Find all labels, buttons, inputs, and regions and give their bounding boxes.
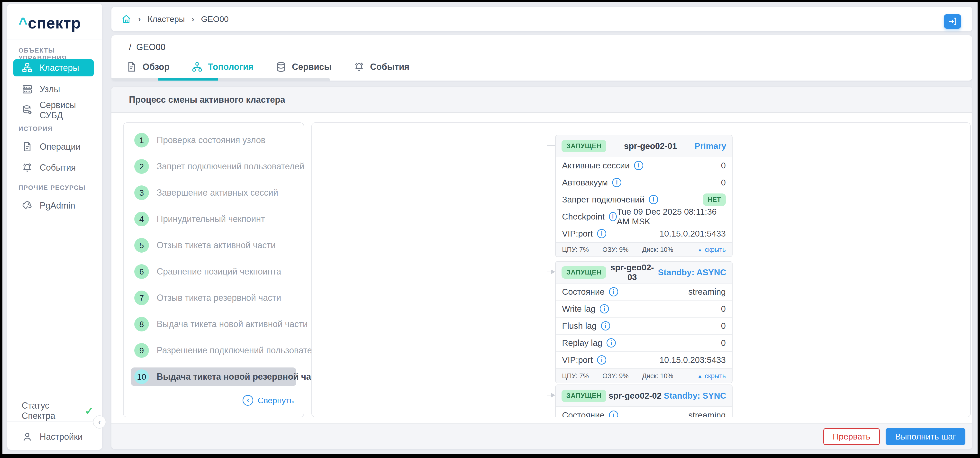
hide-details-link[interactable]: ▲скрыть: [698, 246, 726, 254]
collapse-label: Свернуть: [258, 396, 294, 405]
process-steps-panel: 1Проверка состояния узлов 2Запрет подклю…: [123, 122, 304, 417]
tab-overview[interactable]: Обзор: [126, 61, 170, 73]
node-header: ЗАПУЩЕН spr-geo02-03 Standby: ASYNC: [556, 262, 732, 283]
sidebar: ^спектр ОБЪЕКТЫ УПРАВЛЕНИЯ Кластеры Узлы…: [7, 4, 102, 450]
metric-label: Автовакуум: [562, 178, 608, 188]
node-role-link[interactable]: Standby: ASYNC: [658, 267, 726, 277]
database-icon: [275, 61, 286, 73]
step-number: 2: [134, 159, 149, 174]
sidebar-item-operations[interactable]: Операции: [13, 138, 94, 155]
step-number: 10: [134, 369, 149, 384]
sidebar-section-history: ИСТОРИЯ: [19, 125, 53, 133]
active-tab-indicator: [158, 78, 218, 81]
metric-row: Автовакуумi0: [556, 174, 732, 191]
metric-value: 0: [721, 321, 726, 331]
info-icon[interactable]: i: [597, 355, 606, 364]
chevron-left-circle-icon: ‹: [243, 395, 253, 406]
title-cluster-name: GEO00: [136, 42, 165, 52]
node-role-link[interactable]: Primary: [695, 141, 726, 151]
node-card-standby-sync: ЗАПУЩЕН spr-geo02-02 Standby: SYNC Состо…: [555, 385, 733, 417]
step-label: Завершение активных сессий: [157, 188, 278, 198]
status-label: Статус Спектра: [22, 401, 78, 421]
disk-stat: Диск: 10%: [642, 246, 673, 254]
page-title: / GEO00: [129, 42, 165, 52]
sidebar-item-nodes[interactable]: Узлы: [13, 81, 94, 98]
metric-label: Flush lag: [562, 321, 597, 331]
info-icon[interactable]: i: [634, 161, 643, 170]
execute-step-button[interactable]: Выполнить шаг: [886, 428, 966, 445]
info-icon[interactable]: i: [601, 321, 610, 331]
sidebar-item-settings[interactable]: Настройки: [13, 428, 94, 445]
ram-stat: ОЗУ: 9%: [602, 372, 629, 380]
breadcrumb-cluster-name: GEO00: [201, 14, 229, 24]
node-name: spr-geo02-03: [606, 262, 658, 282]
hide-details-link[interactable]: ▲скрыть: [698, 372, 726, 380]
node-name: spr-geo02-01: [606, 141, 694, 151]
process-step-10-current: 10Выдача тикета новой резервной части: [131, 367, 296, 386]
app-background: ^спектр ОБЪЕКТЫ УПРАВЛЕНИЯ Кластеры Узлы…: [2, 2, 978, 454]
process-step-2: 2Запрет подключений пользователей: [131, 157, 296, 176]
logo-caret-icon: ^: [19, 14, 28, 32]
tab-events[interactable]: События: [353, 61, 409, 73]
metric-value-badge: НЕТ: [703, 194, 726, 206]
login-button[interactable]: [944, 14, 961, 29]
metric-label: Write lag: [562, 304, 595, 314]
info-icon[interactable]: i: [606, 338, 616, 348]
step-label: Проверка состояния узлов: [157, 135, 266, 145]
metric-row: Состояниеistreaming: [556, 407, 732, 417]
tab-label: События: [370, 62, 409, 72]
process-step-6: 6Сравнение позиций чекпоинта: [131, 262, 296, 281]
collapse-steps-link[interactable]: ‹ Свернуть: [243, 395, 294, 406]
disk-stat: Диск: 10%: [642, 372, 673, 380]
sidebar-item-db-services[interactable]: Сервисы СУБД: [13, 102, 94, 119]
tab-topology[interactable]: Топология: [191, 61, 253, 73]
elephant-icon: [22, 200, 33, 211]
info-icon[interactable]: i: [609, 212, 617, 221]
metric-label: VIP:port: [562, 355, 593, 365]
step-label: Принудительный чекпоинт: [157, 214, 265, 224]
step-label: Отзыв тикета резервной части: [157, 293, 281, 303]
tab-label: Топология: [208, 62, 253, 72]
document-icon: [22, 141, 33, 152]
home-icon[interactable]: [121, 14, 131, 24]
sidebar-collapse-button[interactable]: ‹: [93, 415, 106, 429]
breadcrumb-clusters[interactable]: Кластеры: [148, 14, 185, 24]
sidebar-item-events[interactable]: События: [13, 159, 94, 176]
metric-value: streaming: [688, 287, 726, 297]
tab-underline: [111, 78, 330, 81]
document-icon: [126, 61, 137, 73]
metric-label: Состояние: [562, 410, 605, 417]
bell-icon: [22, 162, 33, 173]
sidebar-bottom-divider: [7, 421, 102, 422]
tab-services[interactable]: Сервисы: [275, 61, 332, 73]
info-icon[interactable]: i: [609, 410, 618, 417]
sidebar-item-label: Сервисы СУБД: [40, 100, 94, 121]
tab-bar: Обзор Топология Сервисы События: [126, 59, 409, 75]
step-label: Выдача тикета новой активной части: [157, 319, 308, 329]
metric-row: Активные сессииi0: [556, 157, 732, 174]
topology-icon: [191, 61, 203, 73]
info-icon[interactable]: i: [612, 178, 621, 187]
step-label: Сравнение позиций чекпоинта: [157, 267, 281, 277]
chevron-right-icon: ›: [192, 14, 194, 24]
info-icon[interactable]: i: [649, 195, 658, 204]
info-icon[interactable]: i: [609, 287, 618, 296]
step-label: Отзыв тикета активной части: [157, 240, 276, 250]
abort-button[interactable]: Прервать: [823, 428, 880, 445]
sidebar-divider: [7, 39, 102, 40]
process-step-5: 5Отзыв тикета активной части: [131, 236, 296, 254]
info-icon[interactable]: i: [597, 229, 606, 238]
sidebar-item-pgadmin[interactable]: PgAdmin: [13, 197, 94, 214]
node-card-standby-async: ЗАПУЩЕН spr-geo02-03 Standby: ASYNC Сост…: [555, 261, 733, 383]
info-icon[interactable]: i: [600, 304, 609, 313]
database-gear-icon: [22, 105, 33, 116]
metric-row: Состояниеistreaming: [556, 283, 732, 301]
logo-text: спектр: [28, 14, 81, 32]
node-footer: ЦПУ: 7% ОЗУ: 9% Диск: 10% ▲скрыть: [556, 242, 732, 256]
node-role-link[interactable]: Standby: SYNC: [664, 391, 726, 401]
metric-value: 0: [721, 161, 726, 170]
sidebar-item-clusters[interactable]: Кластеры: [13, 59, 94, 76]
sidebar-section-other: ПРОЧИЕ РЕСУРСЫ: [19, 184, 86, 191]
tab-label: Обзор: [143, 62, 170, 72]
metric-label: Запрет подключений: [562, 195, 644, 204]
